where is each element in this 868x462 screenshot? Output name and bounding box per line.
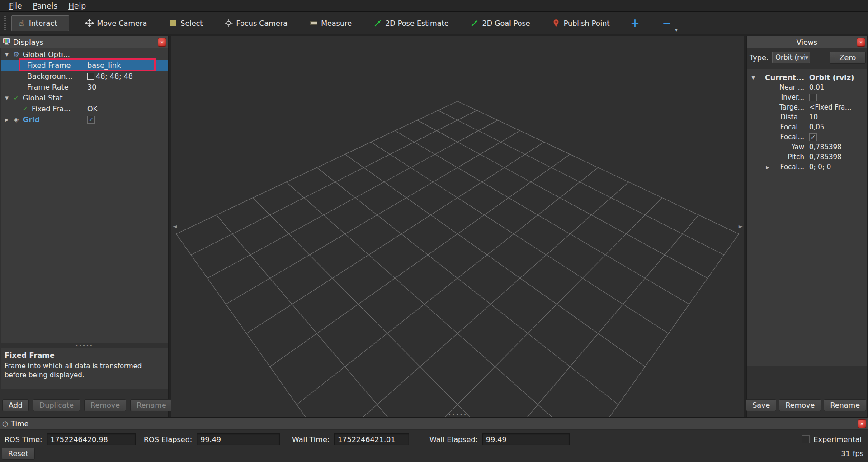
interact-hand-icon: ☝ — [17, 19, 26, 28]
views-panel-title: Views — [797, 38, 817, 47]
view-type-dropdown[interactable]: Orbit (rviz ▼ — [772, 52, 810, 63]
tree-row-current-view[interactable]: Current... Orbit (rviz) — [747, 72, 867, 82]
views-panel-titlebar[interactable]: Views — [747, 36, 867, 48]
collapse-right-icon[interactable]: ► — [739, 223, 743, 229]
save-button[interactable]: Save — [746, 399, 776, 411]
views-buttons: Save Remove Rename — [746, 399, 866, 411]
reset-button[interactable]: Reset — [2, 448, 35, 460]
tree-row-grid[interactable]: ◈Grid — [1, 114, 168, 125]
row-label: Yaw — [791, 143, 804, 151]
tool-select[interactable]: Select — [163, 15, 208, 31]
tree-row-near-clip[interactable]: Near ... 0,01 — [747, 82, 867, 92]
add-button[interactable]: Add — [2, 399, 29, 411]
bottom-splitter-handle[interactable]: ••••• — [444, 411, 472, 417]
tree-row-focal-shape-fixed[interactable]: Focal... — [747, 132, 867, 142]
tool-2d-pose-estimate[interactable]: 2D Pose Estimate — [368, 15, 454, 31]
add-tool-button[interactable]: + — [626, 15, 645, 31]
tree-row-pitch[interactable]: Pitch 0,785398 — [747, 152, 867, 162]
time-panel-title: Time — [11, 419, 28, 428]
remove-button[interactable]: Remove — [84, 399, 126, 411]
row-label: Frame Rate — [27, 83, 69, 91]
invert-z-checkbox[interactable] — [809, 94, 817, 101]
tree-row-global-status[interactable]: ✓Global Stat... — [1, 92, 168, 103]
focal-point-value[interactable]: 0; 0; 0 — [807, 163, 867, 171]
displays-panel-titlebar[interactable]: Displays — [0, 36, 168, 48]
tree-row-fixed-frame-status[interactable]: ✓Fixed Fra... OK — [1, 103, 168, 114]
tool-measure[interactable]: Measure — [303, 15, 358, 31]
menu-file[interactable]: File — [4, 0, 27, 12]
tree-row-focal-point[interactable]: Focal... 0; 0; 0 — [747, 162, 867, 172]
3d-viewport[interactable]: ◄ ► ••••• — [171, 36, 744, 417]
rename-button[interactable]: Rename — [824, 399, 866, 411]
duplicate-button[interactable]: Duplicate — [33, 399, 80, 411]
tree-row-invert-z[interactable]: Inver... — [747, 92, 867, 102]
wall-elapsed-value[interactable]: 99.49 — [482, 433, 570, 445]
grid-enabled-checkbox[interactable] — [87, 116, 95, 124]
row-label: Focal... — [780, 163, 804, 171]
fixed-frame-value[interactable]: base_link — [85, 61, 168, 70]
row-label: Global Opti... — [23, 50, 70, 59]
menu-panels[interactable]: Panels — [27, 0, 63, 12]
tree-row-distance[interactable]: Dista... 10 — [747, 112, 867, 122]
tree-row-yaw[interactable]: Yaw 0,785398 — [747, 142, 867, 152]
zero-button[interactable]: Zero — [830, 52, 866, 64]
row-label: Focal... — [780, 123, 804, 131]
color-swatch[interactable] — [87, 73, 94, 80]
distance-value[interactable]: 10 — [807, 113, 867, 121]
wall-time-group: Wall Time: 1752246421.01 — [292, 429, 409, 449]
time-panel-titlebar[interactable]: ◷ Time — [0, 418, 868, 430]
collapse-left-icon[interactable]: ◄ — [173, 223, 177, 229]
ros-time-value[interactable]: 1752246420.98 — [47, 433, 136, 445]
toolbar-drag-handle[interactable] — [4, 16, 6, 30]
chevron-right-icon[interactable] — [4, 117, 10, 122]
rviz-window: File Panels Help ☝ Interact Move Camera … — [0, 0, 868, 462]
chevron-right-icon[interactable] — [764, 165, 771, 170]
tree-row-background-color[interactable]: Backgroun... 48; 48; 48 — [1, 71, 168, 81]
chevron-down-icon[interactable] — [4, 95, 10, 100]
near-clip-value[interactable]: 0,01 — [807, 83, 867, 91]
tree-row-global-options[interactable]: ⚙Global Opti... — [1, 49, 168, 60]
tool-publish-point[interactable]: Publish Point — [546, 15, 616, 31]
menu-help[interactable]: Help — [63, 0, 91, 12]
view-type-value: Orbit (rviz — [775, 53, 805, 62]
close-icon[interactable] — [858, 419, 866, 428]
tool-interact[interactable]: ☝ Interact — [11, 15, 69, 31]
experimental-checkbox[interactable] — [802, 435, 810, 443]
pitch-value[interactable]: 0,785398 — [807, 153, 867, 161]
close-icon[interactable] — [857, 38, 865, 47]
tool-move-camera[interactable]: Move Camera — [79, 15, 153, 31]
wall-time-value[interactable]: 1752246421.01 — [334, 433, 409, 445]
chevron-down-icon[interactable] — [750, 75, 756, 80]
focal-shape-fixed-checkbox[interactable] — [809, 133, 817, 141]
displays-monitor-icon — [3, 38, 10, 47]
target-frame-value[interactable]: <Fixed Fra... — [807, 103, 867, 111]
panel-splitter-handle[interactable]: ••••• — [0, 344, 168, 348]
chevron-down-icon[interactable] — [4, 52, 10, 57]
frame-rate-value[interactable]: 30 — [85, 83, 168, 91]
tree-row-frame-rate[interactable]: Frame Rate 30 — [1, 81, 168, 92]
experimental-label: Experimental — [813, 435, 862, 444]
rename-button[interactable]: Rename — [130, 399, 173, 411]
row-label: Pitch — [788, 153, 804, 161]
tool-focus-camera[interactable]: Focus Camera — [219, 15, 294, 31]
tool-interact-label: Interact — [29, 19, 57, 28]
tree-row-target-frame[interactable]: Targe... <Fixed Fra... — [747, 102, 867, 112]
ros-elapsed-value[interactable]: 99.49 — [197, 433, 280, 445]
background-color-value[interactable]: 48; 48; 48 — [85, 72, 168, 81]
remove-button[interactable]: Remove — [779, 399, 821, 411]
tool-2d-goal-pose[interactable]: 2D Goal Pose — [465, 15, 536, 31]
tree-row-focal-shape-size[interactable]: Focal... 0,05 — [747, 122, 867, 132]
remove-tool-button[interactable]: − — [657, 15, 676, 31]
close-icon[interactable] — [158, 38, 166, 47]
row-label: Near ... — [779, 83, 804, 91]
menu-help-label: Help — [68, 1, 86, 10]
clock-icon: ◷ — [2, 419, 8, 428]
tool-publish-point-label: Publish Point — [564, 19, 610, 28]
tree-row-fixed-frame[interactable]: Fixed Frame base_link — [1, 60, 168, 71]
displays-buttons: Add Duplicate Remove Rename — [2, 399, 173, 411]
focal-shape-size-value[interactable]: 0,05 — [807, 123, 867, 131]
ros-time-label: ROS Time: — [5, 435, 42, 444]
green-arrow-icon — [471, 19, 479, 28]
row-label: Global Stat... — [23, 94, 70, 102]
yaw-value[interactable]: 0,785398 — [807, 143, 867, 151]
